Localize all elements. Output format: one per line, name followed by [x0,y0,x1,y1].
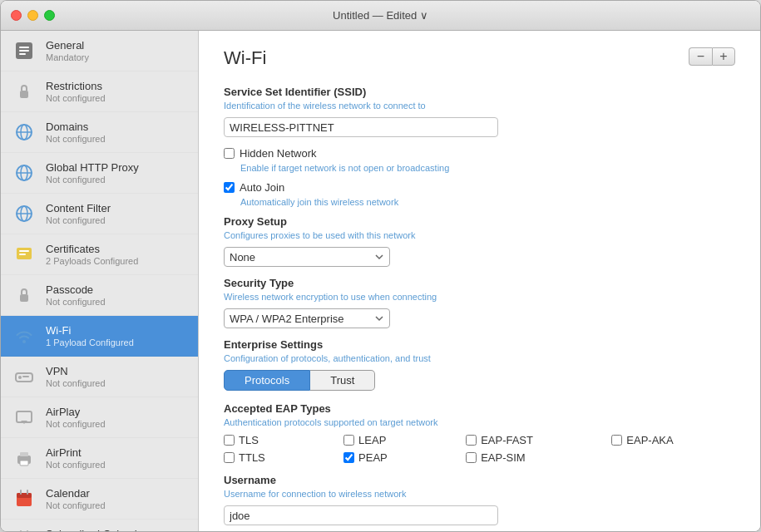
vpn-icon [11,363,37,390]
svg-rect-4 [20,91,28,98]
eap-checkbox-eap-aka[interactable] [611,435,622,446]
hidden-network-checkbox[interactable] [224,148,235,159]
enterprise-label: Enterprise Settings [224,338,735,351]
sidebar-item-label: Calendar [46,487,106,500]
minimize-button[interactable] [27,10,38,21]
sidebar-item-status: Not configured [46,297,106,307]
svg-rect-26 [20,461,28,466]
subscribed-icon [11,526,37,531]
ssid-section: Service Set Identifier (SSID) Identifica… [224,86,735,147]
minus-button[interactable]: − [689,47,712,66]
ssid-input[interactable] [224,117,498,137]
svg-point-20 [18,376,22,379]
maximize-button[interactable] [44,10,55,21]
sidebar-item-calendar[interactable]: CalendarNot configured [1,479,198,520]
username-desc: Username for connection to wireless netw… [224,489,735,499]
eap-grid: TLSLEAPEAP-FASTEAP-AKATTLSPEAPEAP-SIM [224,434,735,464]
content-icon [11,200,37,227]
sidebar-item-domains[interactable]: DomainsNot configured [1,112,198,153]
svg-rect-21 [22,376,29,377]
auto-join-row: Auto Join [224,181,735,194]
sidebar-item-subscribed[interactable]: Subscribed CalendarsNot configured [1,520,198,531]
eap-label-leap: LEAP [358,434,386,446]
eap-label-eap-aka: EAP-AKA [626,434,673,446]
general-icon [11,37,37,64]
sidebar-item-status: 1 Payload Configured [46,337,134,347]
sidebar-item-certificates[interactable]: Certificates2 Payloads Configured [1,234,198,275]
username-label: Username [224,474,735,486]
auto-join-checkbox[interactable] [224,182,235,193]
eap-checkbox-ttls[interactable] [224,452,235,463]
certificates-icon [11,241,37,268]
svg-rect-33 [20,530,22,531]
auto-join-label: Auto Join [240,181,284,194]
global-http-icon [11,160,37,186]
eap-label-eap-fast: EAP-FAST [481,434,533,446]
eap-checkbox-leap[interactable] [343,435,354,446]
enterprise-desc: Configuration of protocols, authenticati… [224,353,735,363]
eap-desc: Authentication protocols supported on ta… [224,417,735,427]
sidebar-item-wifi[interactable]: Wi-Fi1 Payload Configured [1,316,198,357]
airplay-icon [11,404,37,431]
proxy-select[interactable]: None Manual Auto [224,247,390,267]
page-title: Wi-Fi [224,47,266,69]
eap-item-leap: LEAP [343,434,449,446]
sidebar-item-status: Mandatory [46,52,89,62]
eap-checkbox-eap-sim[interactable] [466,452,477,463]
proxy-select-row: None Manual Auto [224,247,735,267]
eap-item-peap: PEAP [343,451,449,464]
tab-trust[interactable]: Trust [310,370,375,391]
eap-section: Accepted EAP Types Authentication protoc… [224,402,735,464]
sidebar-item-status: Not configured [46,175,139,185]
ssid-desc: Identification of the wireless network t… [224,101,735,111]
window-title: Untitled — Edited ∨ [333,9,428,22]
eap-label-eap-sim: EAP-SIM [481,451,525,464]
svg-rect-2 [19,50,29,52]
sidebar-item-status: 2 Payloads Configured [46,256,138,266]
svg-rect-17 [20,294,28,302]
passcode-icon [11,282,37,308]
sidebar: GeneralMandatoryRestrictionsNot configur… [1,31,199,531]
main-area: GeneralMandatoryRestrictionsNot configur… [1,31,760,531]
sidebar-item-vpn[interactable]: VPNNot configured [1,357,198,397]
sidebar-item-status: Not configured [46,215,111,225]
sidebar-item-label: Global HTTP Proxy [46,161,139,174]
header-buttons: − + [689,47,735,66]
svg-rect-25 [20,452,28,456]
username-input[interactable] [224,505,498,525]
sidebar-item-status: Not configured [46,378,106,388]
close-button[interactable] [11,10,22,21]
security-select-row: WPA / WPA2 Enterprise WPA / WPA2 Persona… [224,308,735,328]
eap-checkbox-eap-fast[interactable] [466,435,477,446]
username-section: Username Username for connection to wire… [224,474,735,531]
enterprise-section: Enterprise Settings Configuration of pro… [224,338,735,391]
svg-rect-3 [19,53,26,55]
svg-rect-34 [27,530,28,531]
svg-point-18 [22,340,26,343]
tab-protocols[interactable]: Protocols [224,370,310,391]
wifi-icon [11,323,37,349]
sidebar-item-status: Not configured [46,500,106,510]
sidebar-item-label: Passcode [46,283,106,296]
security-select[interactable]: WPA / WPA2 Enterprise WPA / WPA2 Persona… [224,308,390,328]
svg-rect-16 [19,254,26,255]
sidebar-item-label: Certificates [46,243,138,255]
sidebar-item-global-http[interactable]: Global HTTP ProxyNot configured [1,153,198,194]
sidebar-item-label: Content Filter [46,202,111,214]
sidebar-item-label: General [46,39,89,52]
sidebar-item-airprint[interactable]: AirPrintNot configured [1,438,198,479]
eap-checkbox-tls[interactable] [224,435,235,446]
eap-label: Accepted EAP Types [224,402,735,415]
sidebar-item-airplay[interactable]: AirPlayNot configured [1,397,198,438]
sidebar-item-passcode[interactable]: PasscodeNot configured [1,275,198,316]
auto-join-desc: Automatically join this wireless network [240,197,735,207]
plus-button[interactable]: + [712,47,735,66]
sidebar-item-status: Not configured [46,460,106,470]
eap-label-ttls: TTLS [239,451,265,464]
eap-checkbox-peap[interactable] [343,452,354,463]
sidebar-item-label: Subscribed Calendars [46,528,152,531]
sidebar-item-restrictions[interactable]: RestrictionsNot configured [1,71,198,112]
sidebar-item-content[interactable]: Content FilterNot configured [1,194,198,234]
sidebar-item-general[interactable]: GeneralMandatory [1,31,198,71]
restrictions-icon [11,78,37,105]
